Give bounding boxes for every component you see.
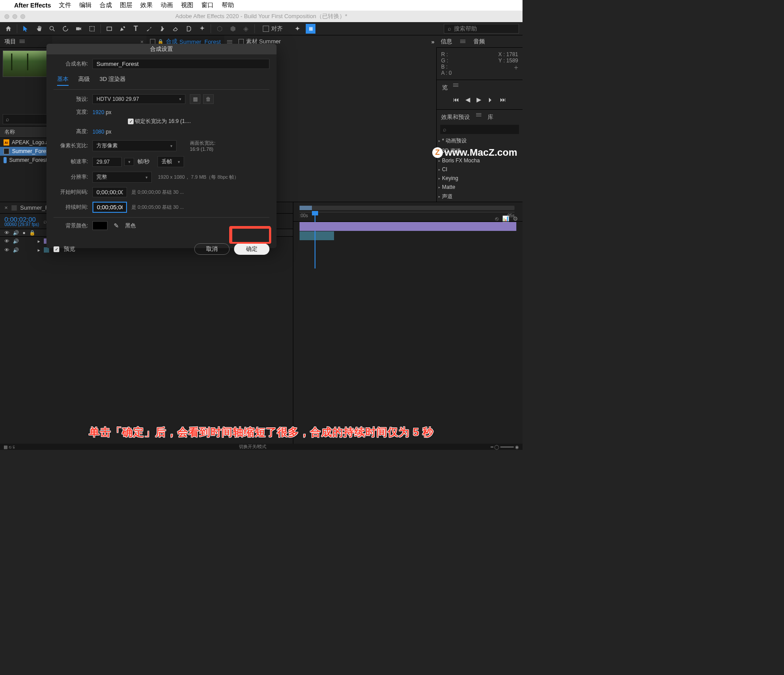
toggle-switches-button[interactable]: 切换开关/模式 <box>19 444 487 450</box>
project-item-comp[interactable]: Summer_Fores <box>0 147 52 156</box>
last-frame-icon[interactable]: ⏭ <box>500 96 506 103</box>
3d-tool-3-icon[interactable]: ◈ <box>241 24 251 34</box>
time-ruler[interactable]: :00s05s <box>293 202 523 222</box>
zoom-tool-icon[interactable] <box>47 24 57 34</box>
layer-visibility-icon[interactable]: 👁 <box>4 247 9 253</box>
tab-3d-renderer[interactable]: 3D 渲染器 <box>100 75 126 86</box>
audio-panel-tab[interactable]: 音频 <box>473 38 485 46</box>
info-panel-tab[interactable]: 信息 音频 <box>436 35 523 47</box>
lock-column-icon[interactable]: 🔒 <box>29 230 35 236</box>
fx-category[interactable]: CI <box>437 165 523 174</box>
menu-edit[interactable]: 编辑 <box>79 1 92 9</box>
project-panel-tab[interactable]: 项目 <box>0 35 52 47</box>
text-tool-icon[interactable]: T <box>131 24 141 34</box>
current-time-indicator[interactable] <box>312 211 318 215</box>
layer-bar-1[interactable] <box>300 222 516 231</box>
puppet-tool-icon[interactable] <box>197 24 207 34</box>
grid-settings-icon[interactable]: ▦ <box>306 24 315 34</box>
comp-name-input[interactable] <box>92 59 269 69</box>
effects-search[interactable]: ⌕ <box>440 125 519 134</box>
save-preset-icon[interactable]: ▦ <box>190 94 200 104</box>
menu-effect[interactable]: 效果 <box>140 1 153 9</box>
footer-left-icons[interactable]: ▦ ⎋ ⫕ <box>0 445 19 449</box>
snap-toggle-icon[interactable] <box>263 26 269 32</box>
resolution-label: 分辨率: <box>54 173 92 181</box>
fx-category[interactable]: Keying <box>437 174 523 183</box>
menu-composition[interactable]: 合成 <box>100 1 112 9</box>
fx-category[interactable]: 声道 <box>437 192 523 202</box>
menu-view[interactable]: 视图 <box>181 1 193 9</box>
audio-column-icon[interactable]: 🔊 <box>13 230 19 236</box>
start-tc-input[interactable] <box>92 187 127 197</box>
roto-tool-icon[interactable] <box>184 24 194 34</box>
rectangle-tool-icon[interactable] <box>104 24 114 34</box>
orbit-tool-icon[interactable] <box>61 24 70 34</box>
project-search[interactable]: ⌕ <box>3 114 50 124</box>
first-frame-icon[interactable]: ⏮ <box>453 96 459 103</box>
clone-tool-icon[interactable] <box>158 24 167 34</box>
panel-menu-icon[interactable] <box>19 40 25 43</box>
hand-tool-icon[interactable] <box>34 24 44 34</box>
layer-audio-icon[interactable]: 🔊 <box>13 247 19 253</box>
project-item-ai[interactable]: AiAPEAK_Logo.a <box>0 138 52 147</box>
par-select[interactable]: 方形像素▾ <box>92 140 177 151</box>
home-icon[interactable] <box>4 24 13 34</box>
preset-select[interactable]: HDTV 1080 29.97▾ <box>92 94 185 104</box>
eyedropper-icon[interactable]: ✎ <box>114 222 119 229</box>
selection-tool-icon[interactable] <box>21 24 31 34</box>
project-column-header[interactable]: 名称 <box>0 126 52 138</box>
delete-preset-icon[interactable]: 🗑 <box>203 94 214 104</box>
preview-menu-icon[interactable] <box>453 84 458 92</box>
fps-dropdown[interactable]: ▾ <box>124 158 134 166</box>
library-tab[interactable]: 库 <box>488 113 493 121</box>
layer-audio-icon[interactable]: 🔊 <box>13 238 19 244</box>
prev-frame-icon[interactable]: ◀ <box>465 96 470 103</box>
duration-input[interactable] <box>92 202 127 213</box>
timeline-close-icon[interactable]: × <box>4 204 8 211</box>
menu-layer[interactable]: 图层 <box>120 1 132 9</box>
height-value[interactable]: 1080 <box>92 129 104 135</box>
bg-color-swatch[interactable] <box>92 221 108 230</box>
fps-input[interactable]: 29.97 <box>92 157 122 167</box>
play-icon[interactable]: ▶ <box>477 96 481 103</box>
effects-menu-icon[interactable] <box>476 113 481 121</box>
menu-animation[interactable]: 动画 <box>161 1 173 9</box>
pen-tool-icon[interactable] <box>118 24 127 34</box>
cancel-button[interactable]: 取消 <box>194 243 230 255</box>
resolution-select[interactable]: 完整▾ <box>92 172 152 183</box>
app-name[interactable]: After Effects <box>14 2 51 9</box>
effects-tab[interactable]: 效果和预设 <box>441 113 470 121</box>
layer-visibility-icon[interactable]: 👁 <box>4 238 9 244</box>
width-value[interactable]: 1920 <box>92 109 104 115</box>
menu-help[interactable]: 帮助 <box>222 1 234 9</box>
solo-column-icon[interactable]: ● <box>23 230 26 235</box>
eraser-tool-icon[interactable] <box>171 24 181 34</box>
menu-file[interactable]: 文件 <box>59 1 71 9</box>
preview-panel: 览 ⏮ ◀ ▶ ⏵ ⏭ <box>437 80 523 109</box>
tab-advanced[interactable]: 高级 <box>78 75 90 86</box>
menu-window[interactable]: 窗口 <box>201 1 214 9</box>
help-search[interactable]: ⌕ 搜索帮助 <box>444 24 519 34</box>
eye-column-icon[interactable]: 👁 <box>4 230 9 235</box>
dropframe-select[interactable]: 丢帧▾ <box>158 156 184 167</box>
pan-behind-tool-icon[interactable] <box>87 24 97 34</box>
fx-category[interactable]: Matte <box>437 183 523 192</box>
work-area[interactable] <box>300 206 312 210</box>
lock-aspect-checkbox[interactable]: ✓ <box>128 119 134 124</box>
ok-button[interactable]: 确定 <box>234 243 269 255</box>
layer-bar-2[interactable] <box>300 231 334 240</box>
wand-icon[interactable]: ✦ <box>292 24 302 34</box>
info-menu-icon[interactable] <box>460 40 465 43</box>
next-frame-icon[interactable]: ⏵ <box>488 96 494 103</box>
tab-basic[interactable]: 基本 <box>57 75 69 86</box>
panel-overflow-icon[interactable]: » <box>431 38 434 45</box>
preview-checkbox[interactable]: ✓ <box>54 246 59 252</box>
project-item-mov[interactable]: Summer_Forest. <box>0 156 52 165</box>
brush-tool-icon[interactable] <box>144 24 154 34</box>
camera-tool-icon[interactable] <box>74 24 84 34</box>
3d-tool-1-icon[interactable]: ⬡ <box>215 24 224 34</box>
comp-thumbnail[interactable] <box>3 50 47 77</box>
fx-category[interactable]: * 动画预设 <box>437 136 523 146</box>
3d-tool-2-icon[interactable]: ⬢ <box>228 24 238 34</box>
comp-panel-menu-icon[interactable] <box>227 40 232 43</box>
